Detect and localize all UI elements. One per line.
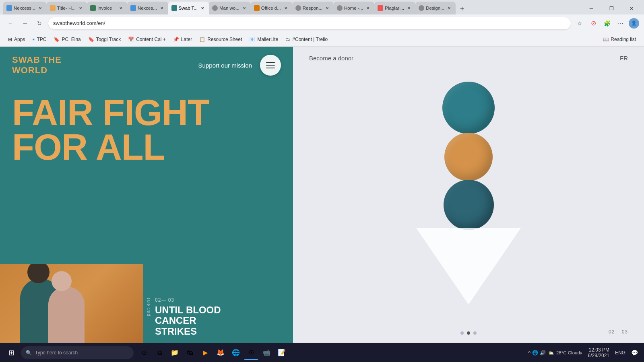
tab-close-btn[interactable]: ✕ bbox=[37, 5, 43, 11]
circles-graphic bbox=[408, 82, 529, 263]
tab-close-btn[interactable]: ✕ bbox=[283, 5, 289, 11]
slide-dot-2[interactable] bbox=[467, 331, 470, 335]
bookmarks-bar: ⊞ Apps ● TPC 🔖 PC_Eina 🔖 Toggl Track 📅 C… bbox=[0, 32, 644, 47]
favorites-icon[interactable]: ☆ bbox=[574, 18, 585, 29]
tab-close-btn[interactable]: ✕ bbox=[406, 5, 412, 11]
restore-button[interactable]: ❐ bbox=[602, 2, 621, 14]
tab-design[interactable]: Design... ✕ bbox=[415, 2, 456, 14]
nav-mission-link[interactable]: Support our mission bbox=[198, 62, 252, 69]
tab-nexcess-1[interactable]: Nexcess... ✕ bbox=[3, 2, 47, 14]
tab-title: Title- H... bbox=[57, 6, 76, 10]
shield-icon[interactable]: ⊘ bbox=[588, 18, 599, 29]
tab-favicon bbox=[337, 5, 343, 11]
tab-close-btn[interactable]: ✕ bbox=[446, 5, 452, 11]
taskbar-firefox[interactable]: 🦊 bbox=[213, 346, 228, 360]
bookmark-toggl[interactable]: 🔖 Toggl Track bbox=[85, 34, 124, 45]
clock-area[interactable]: 12:03 PM 6/29/2021 bbox=[585, 347, 613, 358]
slide-text-line3: STRIKES bbox=[155, 326, 285, 337]
tab-title: Man wo... bbox=[219, 6, 239, 10]
minimize-button[interactable]: ─ bbox=[582, 2, 601, 14]
right-panel: Become a donor FR 02— 03 bbox=[293, 47, 644, 343]
new-tab-button[interactable]: + bbox=[456, 3, 469, 14]
taskbar-cortana[interactable]: ⊙ bbox=[137, 346, 151, 360]
taskbar-edge[interactable]: 🌐 bbox=[229, 346, 243, 360]
circles-stack bbox=[442, 82, 495, 230]
address-input[interactable] bbox=[48, 17, 571, 29]
forward-button[interactable]: → bbox=[19, 18, 31, 29]
language-indicator[interactable]: ENG bbox=[615, 350, 625, 356]
chevron-up-icon[interactable]: ^ bbox=[528, 350, 530, 356]
tab-title: Plagiari... bbox=[385, 6, 404, 10]
tpc-icon: ● bbox=[32, 37, 35, 41]
bookmark-later[interactable]: 📌 Later bbox=[170, 34, 195, 45]
bookmark-mailerlite[interactable]: 📧 MailerLite bbox=[246, 34, 281, 45]
volume-icon[interactable]: 🔊 bbox=[540, 350, 546, 356]
network-icon[interactable]: 🌐 bbox=[532, 350, 538, 356]
taskbar-search[interactable]: 🔍 Type here to search bbox=[21, 346, 134, 359]
figure-person2 bbox=[48, 286, 85, 343]
bookmark-contentcal[interactable]: 📅 Content Cal + bbox=[125, 34, 169, 45]
slide-dot-3[interactable] bbox=[473, 331, 477, 335]
tab-favicon bbox=[130, 5, 136, 11]
tab-man[interactable]: Man wo... ✕ bbox=[209, 2, 251, 14]
taskbar-vlc[interactable]: ▶ bbox=[198, 346, 213, 360]
taskbar-store[interactable]: 🛍 bbox=[183, 346, 197, 360]
search-placeholder: Type here to search bbox=[35, 350, 78, 356]
hero-section: FAIR FIGHT FOR ALL bbox=[0, 84, 293, 262]
settings-icon[interactable]: ⋯ bbox=[615, 18, 626, 29]
taskbar: ⊞ 🔍 Type here to search ⊙ ⧉ 📁 🛍 ▶ 🦊 🌐 ⊙ … bbox=[0, 343, 644, 362]
taskbar-zoom[interactable]: 📹 bbox=[259, 346, 274, 360]
logo-swab: SWAB bbox=[12, 55, 40, 65]
tab-close-btn[interactable]: ✕ bbox=[118, 5, 124, 11]
tab-close-btn[interactable]: ✕ bbox=[365, 5, 371, 11]
taskbar-taskview[interactable]: ⧉ bbox=[152, 346, 167, 360]
taskbar-fileexplorer[interactable]: 📁 bbox=[167, 346, 182, 360]
slide-dots bbox=[460, 331, 477, 335]
tab-plagiari[interactable]: Plagiari... ✕ bbox=[374, 2, 415, 14]
start-button[interactable]: ⊞ bbox=[3, 345, 19, 361]
hamburger-icon bbox=[266, 62, 275, 68]
tab-invoice[interactable]: Invoice ✕ bbox=[87, 2, 127, 14]
trello-icon: 🗂 bbox=[285, 37, 290, 42]
bookmark-resource-sheet[interactable]: 📋 Resource Sheet bbox=[196, 34, 245, 45]
site-logo[interactable]: SWAB THE WORLD bbox=[12, 55, 62, 76]
taskbar-chrome[interactable]: ⊙ bbox=[244, 346, 258, 360]
tab-title-h[interactable]: Title- H... ✕ bbox=[47, 2, 87, 14]
tab-close-btn[interactable]: ✕ bbox=[324, 5, 330, 11]
back-button[interactable]: ← bbox=[5, 18, 16, 29]
couple-figure bbox=[0, 264, 143, 343]
tab-title: Swab T... bbox=[179, 6, 198, 10]
bookmark-pceina[interactable]: 🔖 PC_Eina bbox=[50, 34, 84, 45]
pceina-icon: 🔖 bbox=[54, 37, 60, 42]
tab-close-btn[interactable]: ✕ bbox=[241, 5, 248, 11]
bookmark-apps[interactable]: ⊞ Apps bbox=[5, 34, 28, 45]
fr-language-button[interactable]: FR bbox=[620, 55, 628, 62]
reading-list-button[interactable]: 📖 Reading list bbox=[600, 34, 639, 45]
tab-favicon bbox=[50, 5, 56, 11]
tab-close-btn[interactable]: ✕ bbox=[159, 5, 165, 11]
hero-line1: FAIR FIGHT bbox=[12, 96, 281, 130]
extension-icon[interactable]: 🧩 bbox=[601, 18, 613, 29]
bookmark-label: Content Cal + bbox=[136, 37, 166, 42]
bookmark-label: PC_Eina bbox=[62, 37, 80, 42]
close-button[interactable]: ✕ bbox=[622, 2, 641, 14]
reload-button[interactable]: ↻ bbox=[34, 18, 45, 29]
profile-avatar[interactable]: 👤 bbox=[629, 18, 639, 29]
tab-close-btn[interactable]: ✕ bbox=[199, 5, 206, 11]
slide-dot-1[interactable] bbox=[460, 331, 464, 335]
tab-swab-active[interactable]: Swab T... ✕ bbox=[168, 2, 209, 14]
bookmark-trello[interactable]: 🗂 #Content | Trello bbox=[282, 34, 331, 45]
taskbar-stickynotes[interactable]: 📝 bbox=[275, 346, 289, 360]
tab-home[interactable]: Home -... ✕ bbox=[334, 2, 374, 14]
bookmark-tpc[interactable]: ● TPC bbox=[29, 34, 50, 45]
notification-button[interactable]: 💬 bbox=[628, 346, 641, 359]
text-block: 02— 03 UNTIL BLOOD CANCER STRIKES bbox=[143, 289, 293, 343]
hamburger-button[interactable] bbox=[260, 55, 281, 76]
tab-nexcess-2[interactable]: Nexces... ✕ bbox=[127, 2, 168, 14]
weather-icon: ⛅ bbox=[548, 350, 554, 356]
tab-office[interactable]: Office d... ✕ bbox=[251, 2, 292, 14]
slide-counter-right: 02— 03 bbox=[609, 329, 628, 335]
tab-close-btn[interactable]: ✕ bbox=[77, 5, 84, 11]
tab-respon[interactable]: Respon... ✕ bbox=[292, 2, 334, 14]
become-donor-link[interactable]: Become a donor bbox=[309, 55, 353, 62]
